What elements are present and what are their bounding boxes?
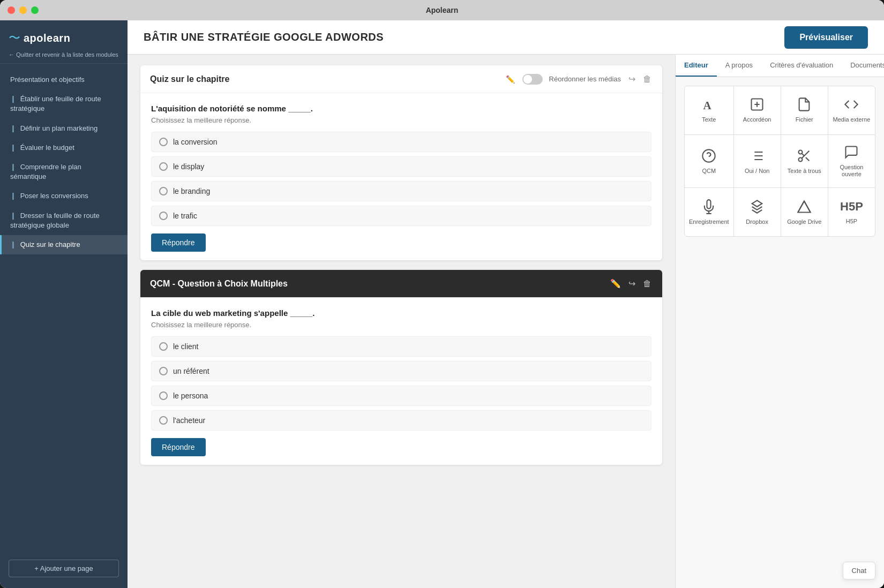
media-icon xyxy=(844,97,859,112)
block-google-drive[interactable]: Google Drive xyxy=(781,188,828,236)
sidebar-item-budget[interactable]: ❙ Évaluer le budget xyxy=(0,138,128,157)
sidebar-prefix: ❙ xyxy=(10,240,18,248)
radio-2-4[interactable] xyxy=(159,416,168,425)
sidebar-item-feuille-route[interactable]: ❙ Établir une feuille de route stratégiq… xyxy=(0,89,128,118)
answer-option-2-4[interactable]: l'acheteur xyxy=(151,410,651,431)
block-texte-trous-label: Texte à trous xyxy=(788,168,821,175)
chat-widget[interactable]: Chat xyxy=(843,562,875,579)
answer-option-2-3[interactable]: le persona xyxy=(151,386,651,406)
close-button[interactable] xyxy=(8,6,15,14)
answer-option-2-1[interactable]: le client xyxy=(151,336,651,357)
add-page-button[interactable]: + Ajouter une page xyxy=(9,560,119,577)
answer-label-2-2: un référent xyxy=(173,367,209,375)
quiz-card-1-header: Quiz sur le chapitre ✏️ Réordonner les m… xyxy=(140,65,662,93)
main-header: BÂTIR UNE STRATÉGIE GOOGLE ADWORDS Prévi… xyxy=(128,20,884,55)
sidebar-item-feuille-globale[interactable]: ❙ Dresser la feuille de route stratégiqu… xyxy=(0,206,128,235)
dropbox-icon xyxy=(750,199,765,214)
file-icon xyxy=(797,97,812,112)
answer-option-2-2[interactable]: un référent xyxy=(151,361,651,381)
sidebar-item-plan-semantique[interactable]: ❙ Comprendre le plan sémantique xyxy=(0,157,128,186)
sidebar-nav: Présentation et objectifs ❙ Établir une … xyxy=(0,64,128,553)
scissors-icon xyxy=(797,148,812,163)
content-area: Quiz sur le chapitre ✏️ Réordonner les m… xyxy=(128,55,884,588)
block-question-ouverte[interactable]: Question ouverte xyxy=(828,135,875,187)
delete-icon-2[interactable]: 🗑 xyxy=(642,278,653,290)
reorder-toggle[interactable] xyxy=(522,74,543,85)
edit-icon-2[interactable]: ✏️ xyxy=(609,277,622,290)
block-qcm[interactable]: QCM xyxy=(685,135,733,187)
block-fichier-label: Fichier xyxy=(796,116,813,123)
block-question-ouverte-label: Question ouverte xyxy=(833,164,871,178)
header-icons: ↪ 🗑 xyxy=(627,73,653,85)
sidebar-prefix: ❙ xyxy=(10,212,18,220)
delete-icon[interactable]: 🗑 xyxy=(642,73,653,85)
block-accordeon[interactable]: Accordéon xyxy=(734,86,781,134)
right-panel-tabs: Editeur A propos Critères d'évaluation D… xyxy=(676,55,884,77)
quiz-card-1: Quiz sur le chapitre ✏️ Réordonner les m… xyxy=(140,65,662,260)
tab-editeur[interactable]: Editeur xyxy=(676,55,717,77)
share-icon[interactable]: ↪ xyxy=(627,73,636,85)
radio-1-1[interactable] xyxy=(159,138,168,146)
radio-1-2[interactable] xyxy=(159,162,168,171)
sidebar-item-plan-marketing[interactable]: ❙ Définir un plan marketing xyxy=(0,119,128,138)
minimize-button[interactable] xyxy=(19,6,27,14)
preview-button[interactable]: Prévisualiser xyxy=(784,26,868,49)
block-texte-a-trous[interactable]: Texte à trous xyxy=(781,135,828,187)
block-media-externe[interactable]: Media externe xyxy=(828,86,875,134)
sidebar-item-label: Poser les conversions xyxy=(20,192,88,200)
sidebar-item-label: Établir une feuille de route stratégique xyxy=(10,95,101,112)
sidebar-item-label: Dresser la feuille de route stratégique … xyxy=(10,212,100,229)
question-1-hint: Choisissez la meilleure réponse. xyxy=(151,116,651,124)
logo-text: apolearn xyxy=(24,32,70,44)
block-oui-non-label: Oui / Non xyxy=(745,168,769,175)
sidebar-prefix: ❙ xyxy=(10,95,18,103)
tab-apropos[interactable]: A propos xyxy=(717,55,761,77)
sidebar-item-presentation[interactable]: Présentation et objectifs xyxy=(0,70,128,89)
answer-option-1-4[interactable]: le trafic xyxy=(151,206,651,226)
edit-title-icon[interactable]: ✏️ xyxy=(505,74,516,85)
block-oui-non[interactable]: Oui / Non xyxy=(734,135,781,187)
sidebar-prefix: ❙ xyxy=(10,163,18,171)
block-gdrive-label: Google Drive xyxy=(787,218,821,225)
respond-button-2[interactable]: Répondre xyxy=(151,438,206,456)
radio-1-3[interactable] xyxy=(159,187,168,195)
sidebar-item-quiz[interactable]: ❙ Quiz sur le chapitre xyxy=(0,235,128,254)
accordion-icon xyxy=(750,97,765,112)
mic-icon xyxy=(701,199,716,214)
page-title: BÂTIR UNE STRATÉGIE GOOGLE ADWORDS xyxy=(144,31,384,43)
respond-button-1[interactable]: Répondre xyxy=(151,233,206,252)
share-icon-2[interactable]: ↪ xyxy=(627,277,636,290)
reorder-label: Réordonner les médias xyxy=(549,75,621,83)
tab-documents[interactable]: Documents attachés xyxy=(842,55,884,77)
answer-option-1-1[interactable]: la conversion xyxy=(151,132,651,152)
sidebar-logo: 〜 apolearn ← Quitter et revenir à la lis… xyxy=(0,20,128,64)
sidebar-item-conversions[interactable]: ❙ Poser les conversions xyxy=(0,186,128,206)
back-link[interactable]: ← Quitter et revenir à la liste des modu… xyxy=(9,51,119,58)
sidebar-prefix: ❙ xyxy=(10,192,18,200)
answer-option-1-3[interactable]: le branding xyxy=(151,181,651,201)
block-enregistrement[interactable]: Enregistrement xyxy=(685,188,733,236)
sidebar-item-label: Présentation et objectifs xyxy=(10,76,85,84)
block-dropbox[interactable]: Dropbox xyxy=(734,188,781,236)
window-title: Apolearn xyxy=(426,6,459,14)
radio-2-3[interactable] xyxy=(159,391,168,400)
gdrive-icon xyxy=(797,199,812,214)
block-texte[interactable]: A Texte xyxy=(685,86,733,134)
editor-panel: Quiz sur le chapitre ✏️ Réordonner les m… xyxy=(128,55,675,588)
block-accordeon-label: Accordéon xyxy=(743,116,771,123)
blocks-grid: A Texte xyxy=(684,86,875,237)
answer-label-1-1: la conversion xyxy=(173,138,218,146)
radio-2-2[interactable] xyxy=(159,367,168,375)
answer-option-1-2[interactable]: le display xyxy=(151,156,651,177)
tab-criteres[interactable]: Critères d'évaluation xyxy=(761,55,842,77)
radio-1-4[interactable] xyxy=(159,212,168,220)
block-fichier[interactable]: Fichier xyxy=(781,86,828,134)
question-2-text: La cible du web marketing s'appelle ____… xyxy=(151,308,651,318)
logo-brand: 〜 apolearn xyxy=(9,30,119,46)
radio-2-1[interactable] xyxy=(159,342,168,351)
sidebar-prefix: ❙ xyxy=(10,144,18,152)
maximize-button[interactable] xyxy=(31,6,39,14)
block-enregistrement-label: Enregistrement xyxy=(689,218,729,225)
block-h5p[interactable]: H5P H5P xyxy=(828,188,875,236)
logo-area: 〜 apolearn ← Quitter et revenir à la lis… xyxy=(9,30,119,58)
